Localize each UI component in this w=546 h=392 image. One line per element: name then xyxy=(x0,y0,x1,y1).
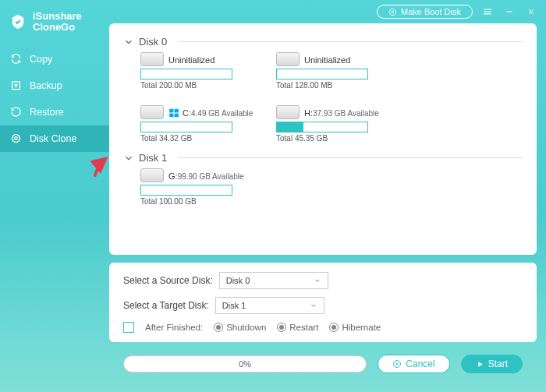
progress-bar: 0% xyxy=(123,355,367,373)
target-disk-value: Disk 1 xyxy=(222,301,246,310)
brand: iSunshareCloneGo xyxy=(0,5,109,46)
start-button[interactable]: Start xyxy=(461,355,523,373)
radio-hibernate[interactable]: Hibernate xyxy=(329,323,381,332)
sidebar: iSunshareCloneGo Copy Backup Restore Dis… xyxy=(0,0,109,392)
chevron-down-icon xyxy=(123,153,134,164)
svg-point-11 xyxy=(14,137,17,140)
target-disk-select[interactable]: Disk 1 xyxy=(215,297,324,314)
cancel-label: Cancel xyxy=(406,358,434,369)
svg-point-1 xyxy=(392,11,394,13)
sidebar-item-backup[interactable]: Backup xyxy=(0,72,109,99)
close-button[interactable] xyxy=(524,5,538,19)
partition-total: Total 200.00 MB xyxy=(140,81,257,90)
radio-restart-label: Restart xyxy=(289,323,318,332)
sidebar-item-label: Restore xyxy=(30,107,64,118)
sidebar-item-restore[interactable]: Restore xyxy=(0,99,109,125)
sidebar-item-copy[interactable]: Copy xyxy=(0,46,109,72)
disk-icon xyxy=(276,52,300,66)
disk-icon xyxy=(140,168,164,182)
windows-icon xyxy=(168,108,179,118)
usage-bar xyxy=(140,69,232,79)
radio-shutdown-label: Shutdown xyxy=(226,323,266,332)
chevron-down-icon xyxy=(123,37,134,48)
target-disk-label: Select a Target Disk: xyxy=(123,300,209,311)
radio-restart[interactable]: Restart xyxy=(277,323,318,332)
cancel-icon xyxy=(392,359,402,369)
partition[interactable]: C:4.49 GB AvailableTotal 34.32 GB xyxy=(140,105,257,143)
usage-bar xyxy=(276,69,368,79)
partition[interactable]: G:99.90 GB AvailableTotal 100.00 GB xyxy=(140,168,257,206)
svg-marker-19 xyxy=(478,362,483,366)
source-disk-select[interactable]: Disk 0 xyxy=(219,272,328,289)
usage-bar xyxy=(276,122,368,132)
disk-name: Disk 0 xyxy=(139,36,167,48)
refresh-icon xyxy=(9,53,22,65)
brand-line2: CloneGo xyxy=(33,22,82,33)
progress-text: 0% xyxy=(239,359,251,369)
disk-clone-icon xyxy=(9,132,22,145)
brand-line1: iSunshare xyxy=(33,11,82,22)
start-label: Start xyxy=(488,358,508,369)
partition-label: Uninitialized xyxy=(168,55,214,65)
source-disk-label: Select a Source Disk: xyxy=(123,275,213,286)
partition-total: Total 45.35 GB xyxy=(276,134,393,143)
play-icon xyxy=(476,360,484,369)
sidebar-item-label: Backup xyxy=(30,80,62,91)
minimize-button[interactable] xyxy=(502,5,516,19)
radio-hibernate-label: Hibernate xyxy=(342,323,381,332)
disk-icon xyxy=(140,52,164,66)
radio-shutdown[interactable]: Shutdown xyxy=(214,323,266,332)
partition-label: C: xyxy=(183,108,191,118)
sidebar-item-disk-clone[interactable]: Disk Clone xyxy=(0,125,109,152)
partition[interactable]: H:37.93 GB AvailableTotal 45.35 GB xyxy=(276,105,393,143)
sidebar-item-label: Copy xyxy=(30,54,52,65)
disk-list-panel: Disk 0UninitializedTotal 200.00 MBUninit… xyxy=(109,23,537,255)
make-boot-disk-button[interactable]: Make Boot Disk xyxy=(377,5,473,19)
backup-icon xyxy=(9,79,22,92)
menu-button[interactable] xyxy=(480,5,495,19)
partition-total: Total 34.32 GB xyxy=(140,134,257,143)
usage-bar xyxy=(140,122,232,132)
selection-panel: Select a Source Disk: Disk 0 Select a Ta… xyxy=(109,263,537,342)
partition[interactable]: UninitializedTotal 128.00 MB xyxy=(276,52,393,90)
chevron-down-icon xyxy=(314,277,321,284)
disk-header[interactable]: Disk 0 xyxy=(123,36,523,48)
after-finished-label: After Finished: xyxy=(145,323,203,332)
partition-total: Total 100.00 GB xyxy=(140,197,257,206)
svg-rect-15 xyxy=(175,113,179,117)
disk-icon xyxy=(140,105,164,119)
disk-header[interactable]: Disk 1 xyxy=(123,152,523,164)
disk-name: Disk 1 xyxy=(139,152,167,164)
disk-icon xyxy=(276,105,300,119)
partition[interactable]: UninitializedTotal 200.00 MB xyxy=(140,52,257,90)
partition-available: 4.49 GB Available xyxy=(191,109,253,118)
svg-rect-12 xyxy=(169,109,173,113)
svg-point-10 xyxy=(12,135,20,143)
partition-label: Uninitialized xyxy=(304,55,350,65)
source-disk-value: Disk 0 xyxy=(226,276,250,285)
usage-bar xyxy=(140,185,232,196)
partition-available: 37.93 GB Available xyxy=(313,109,379,118)
footer-bar: 0% Cancel Start xyxy=(109,350,537,384)
partition-available: 99.90 GB Available xyxy=(178,172,244,181)
svg-rect-14 xyxy=(169,113,173,117)
svg-point-0 xyxy=(389,9,395,15)
restore-icon xyxy=(9,106,22,118)
main-area: Disk 0UninitializedTotal 200.00 MBUninit… xyxy=(109,0,546,392)
make-boot-disk-label: Make Boot Disk xyxy=(401,7,461,16)
svg-rect-13 xyxy=(175,109,179,113)
cancel-button[interactable]: Cancel xyxy=(378,355,449,373)
partition-total: Total 128.00 MB xyxy=(276,81,393,90)
chevron-down-icon xyxy=(310,302,317,309)
after-finished-checkbox[interactable] xyxy=(123,322,134,333)
partition-label: G: xyxy=(168,171,178,181)
sidebar-item-label: Disk Clone xyxy=(30,133,76,144)
partition-label: H: xyxy=(304,108,313,118)
brand-logo-icon xyxy=(9,13,27,30)
